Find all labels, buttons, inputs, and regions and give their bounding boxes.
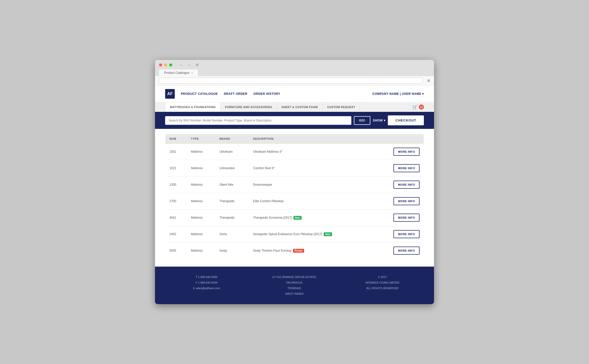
main-nav: PRODUCT CATALOGUE DRAFT ORDER ORDER HIST… xyxy=(181,92,372,96)
search-bar-area: GO! SHOW ▾ CHECKOUT xyxy=(155,112,434,129)
app-footer: T 1 868 640 6595 F 1 868 640 6594 E sale… xyxy=(155,267,434,304)
row-4-type: Mattress xyxy=(187,210,215,226)
category-nav: MATTRESSES & FOUNDATIONS FURNITURE AND A… xyxy=(155,102,434,112)
footer-address4: WEST INDIES xyxy=(253,291,336,297)
tab-label: Product Catalogue xyxy=(164,71,189,75)
go-button[interactable]: GO! xyxy=(354,116,370,125)
row-3-action: MORE INFO xyxy=(374,193,424,210)
table-row: 2402MattressSertaSertapedic Spinal Endea… xyxy=(165,226,424,242)
product-table: NUM TYPE BRAND DESCRIPTION 1001MattressU… xyxy=(165,134,424,259)
forward-button[interactable]: → xyxy=(186,62,192,67)
row-4-description: Therapedic Ecosense [2017]New xyxy=(249,210,374,226)
nav-product-catalogue[interactable]: PRODUCT CATALOGUE xyxy=(181,92,218,96)
cart-area[interactable]: 🛒 12 xyxy=(412,104,424,110)
tab-close-icon[interactable]: × xyxy=(191,72,193,74)
cat-mattresses[interactable]: MATTRESSES & FOUNDATIONS xyxy=(165,102,220,112)
row-2-type: Mattress xyxy=(187,177,215,193)
footer-rights: ALL RIGHTS RESERVED xyxy=(341,285,424,291)
table-row: 2700MattressTherapedicElite Comfort Pill… xyxy=(165,193,424,210)
footer-address1: LP #16 ORANGE GROVE ESTATE, xyxy=(253,274,336,280)
footer-fax: F 1 868 640 6594 xyxy=(165,280,248,285)
logo: AF xyxy=(165,89,175,99)
row-0-num: 1001 xyxy=(165,144,187,160)
row-6-type: Mattress xyxy=(187,242,215,259)
app-content: AF PRODUCT CATALOGUE DRAFT ORDER ORDER H… xyxy=(155,85,434,304)
address-bar-input[interactable] xyxy=(159,78,423,84)
maximize-dot[interactable] xyxy=(169,63,172,66)
row-1-num: 1021 xyxy=(165,160,187,177)
row-2-brand: Silent Nite xyxy=(215,177,249,193)
search-input[interactable] xyxy=(165,116,351,125)
cat-sheet-foam[interactable]: SHEET & CUSTOM FOAM xyxy=(277,102,323,112)
row-3-description: Elite Comfort Pillowtop xyxy=(249,193,374,210)
checkout-button[interactable]: CHECKOUT xyxy=(388,115,424,125)
row-1-brand: Unbranded xyxy=(215,160,249,177)
row-1-action: MORE INFO xyxy=(374,160,424,177)
row-3-type: Mattress xyxy=(187,193,215,210)
cat-furniture[interactable]: FURNITURE AND ACCESSORIES xyxy=(220,102,277,112)
category-nav-items: MATTRESSES & FOUNDATIONS FURNITURE AND A… xyxy=(165,102,412,112)
row-0-type: Mattress xyxy=(187,144,215,160)
col-num: NUM xyxy=(165,134,187,144)
footer-copyright: © 2017 xyxy=(341,274,424,280)
more-info-button-6[interactable]: MORE INFO xyxy=(393,247,420,255)
table-row: 1200MattressSilent NiteDreamsleeperMORE … xyxy=(165,177,424,193)
active-tab[interactable]: Product Catalogue × xyxy=(159,70,198,76)
address-bar-row: ≡ xyxy=(155,76,434,85)
footer-company: ADVANCE FOAM LIMITED xyxy=(341,280,424,285)
footer-address: LP #16 ORANGE GROVE ESTATE, TACARIGUA, T… xyxy=(253,274,336,297)
more-info-button-3[interactable]: MORE INFO xyxy=(393,197,420,205)
more-info-button-1[interactable]: MORE INFO xyxy=(393,164,420,172)
table-row: 5505MattressSealySealy Tiverton Faux Eur… xyxy=(165,242,424,259)
row-1-description: Comfort Rest 6" xyxy=(249,160,374,177)
cart-badge: 12 xyxy=(419,105,424,110)
row-0-description: Ultrafoam Mattress 6" xyxy=(249,144,374,160)
row-5-action: MORE INFO xyxy=(374,226,424,242)
show-button[interactable]: SHOW ▾ xyxy=(373,119,386,122)
footer-email: E sales@adfoam.com xyxy=(165,285,248,291)
footer-contact: T 1 868 640 6595 F 1 868 640 6594 E sale… xyxy=(165,274,248,297)
back-button[interactable]: ← xyxy=(178,62,184,67)
col-action xyxy=(374,134,424,144)
minimize-dot[interactable] xyxy=(164,63,167,66)
row-3-num: 2700 xyxy=(165,193,187,210)
row-0-action: MORE INFO xyxy=(374,144,424,160)
col-brand: BRAND xyxy=(215,134,249,144)
app-header: AF PRODUCT CATALOGUE DRAFT ORDER ORDER H… xyxy=(155,85,434,102)
cat-custom-request[interactable]: CUSTOM REQUEST xyxy=(323,102,360,112)
table-header-row: NUM TYPE BRAND DESCRIPTION xyxy=(165,134,424,144)
user-area[interactable]: COMPANY NAME | USER NAME ▾ xyxy=(372,92,424,96)
col-description: DESCRIPTION xyxy=(249,134,374,144)
more-info-button-2[interactable]: MORE INFO xyxy=(393,181,420,189)
row-6-description: Sealy Tiverton Faux EurotopPromo xyxy=(249,242,374,259)
more-info-button-4[interactable]: MORE INFO xyxy=(393,214,420,222)
nav-buttons: ← → ↺ xyxy=(178,62,200,67)
row-4-action: MORE INFO xyxy=(374,210,424,226)
row-6-action: MORE INFO xyxy=(374,242,424,259)
footer-phone: T 1 868 640 6595 xyxy=(165,274,248,280)
row-4-badge: New xyxy=(293,216,302,220)
row-5-badge: New xyxy=(324,232,332,236)
row-6-badge: Promo xyxy=(293,249,304,253)
col-type: TYPE xyxy=(187,134,215,144)
close-dot[interactable] xyxy=(159,63,162,66)
row-3-brand: Therapedic xyxy=(215,193,249,210)
nav-draft-order[interactable]: DRAFT ORDER xyxy=(224,92,247,96)
nav-order-history[interactable]: ORDER HISTORY xyxy=(253,92,280,96)
more-info-button-5[interactable]: MORE INFO xyxy=(393,230,420,238)
refresh-button[interactable]: ↺ xyxy=(195,62,200,67)
row-2-description: Dreamsleeper xyxy=(249,177,374,193)
table-row: 1001MattressUltrafoamUltrafoam Mattress … xyxy=(165,144,424,160)
footer-address3: TRINIDAD, xyxy=(253,285,336,291)
menu-icon[interactable]: ≡ xyxy=(427,78,430,83)
row-2-num: 1200 xyxy=(165,177,187,193)
cart-icon: 🛒 xyxy=(412,104,418,110)
more-info-button-0[interactable]: MORE INFO xyxy=(393,148,420,156)
table-area: NUM TYPE BRAND DESCRIPTION 1001MattressU… xyxy=(155,129,434,267)
browser-chrome: ← → ↺ Product Catalogue × xyxy=(155,60,434,76)
row-6-num: 5505 xyxy=(165,242,187,259)
browser-window: ← → ↺ Product Catalogue × ≡ AF PRODUCT C… xyxy=(155,60,434,304)
footer-legal: © 2017 ADVANCE FOAM LIMITED ALL RIGHTS R… xyxy=(341,274,424,297)
row-5-type: Mattress xyxy=(187,226,215,242)
row-0-brand: Ultrafoam xyxy=(215,144,249,160)
